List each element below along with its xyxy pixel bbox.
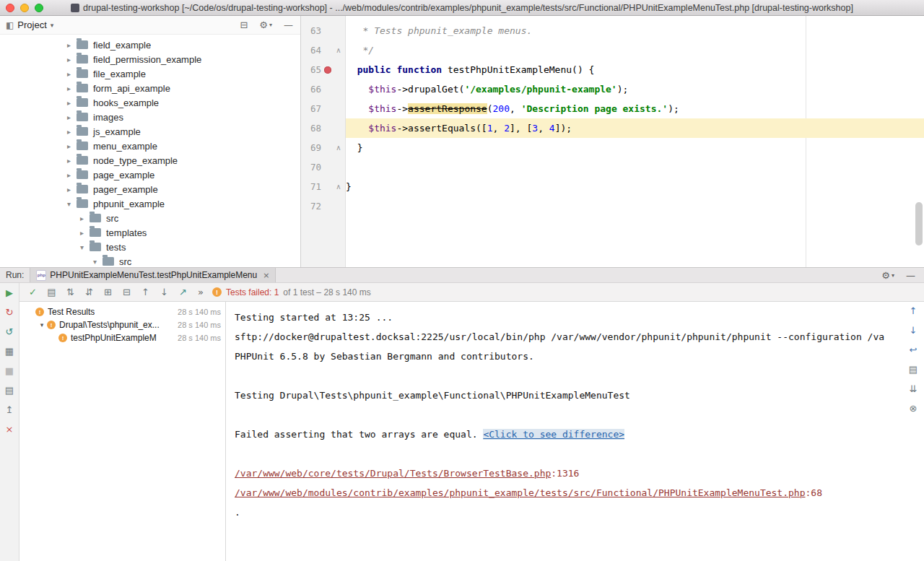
print-icon[interactable]: ▤ — [907, 363, 920, 375]
editor-code[interactable]: * Tests phpunit_example menus. */ public… — [346, 16, 924, 267]
show-passed-icon[interactable]: ✓ — [27, 287, 39, 298]
tree-expand-icon[interactable]: ▸ — [64, 70, 74, 78]
line-number[interactable]: 64 — [301, 45, 321, 56]
code-line[interactable]: */ — [346, 40, 924, 60]
tree-expand-icon[interactable]: ▸ — [64, 186, 74, 193]
line-number[interactable]: 72 — [301, 201, 321, 212]
tree-collapse-icon[interactable]: ▾ — [90, 258, 100, 266]
sort-by-duration-icon[interactable]: ⇵ — [83, 287, 95, 298]
tree-expand-icon[interactable]: ▸ — [64, 128, 74, 136]
project-tree-item[interactable]: ▸templates — [0, 225, 300, 240]
fold-marker-icon[interactable]: ∧ — [334, 183, 344, 191]
expand-all-icon[interactable]: ⊞ — [102, 287, 114, 298]
code-line[interactable]: $this->assertEquals([1, 2], [3, 4]); — [346, 118, 924, 138]
diff-link[interactable]: <Click to see difference> — [483, 429, 624, 440]
line-number[interactable]: 66 — [301, 84, 321, 95]
project-tree-item[interactable]: ▸src — [0, 211, 300, 225]
rerun-icon[interactable]: ▶ — [4, 287, 16, 298]
clear-console-icon[interactable]: ⊗ — [907, 402, 920, 414]
project-tree-item[interactable]: ▸field_permission_example — [0, 52, 300, 66]
code-line[interactable]: public function testPhpUnitExampleMenu()… — [346, 60, 924, 79]
scroll-to-end-icon[interactable]: ⇊ — [907, 383, 920, 394]
tree-expand-icon[interactable]: ▸ — [77, 214, 87, 222]
tree-expand-icon[interactable]: ▸ — [64, 142, 74, 150]
line-number[interactable]: 69 — [301, 142, 321, 153]
run-tab[interactable]: php PHPUnitExampleMenuTest.testPhpUnitEx… — [30, 268, 276, 282]
close-icon[interactable]: × — [4, 423, 16, 435]
tree-collapse-icon[interactable]: ▾ — [64, 200, 74, 208]
chevron-more-icon[interactable]: » — [198, 287, 204, 297]
suspend-icon[interactable]: ▦ — [4, 345, 16, 357]
project-tree-item[interactable]: ▸images — [0, 110, 300, 124]
project-tree-item[interactable]: ▸form_api_example — [0, 81, 300, 95]
tree-expand-icon[interactable]: ▸ — [64, 171, 74, 179]
project-tree-item[interactable]: ▾phpunit_example — [0, 196, 300, 211]
console-output[interactable]: Testing started at 13:25 ...sftp://docke… — [226, 302, 902, 561]
project-tree-item[interactable]: ▾tests — [0, 240, 300, 254]
line-number[interactable]: 70 — [301, 162, 321, 173]
settings-gear-icon[interactable]: ⚙ ▾ — [881, 270, 894, 281]
project-tree-item[interactable]: ▸node_type_example — [0, 153, 300, 168]
previous-failed-test-icon[interactable]: ↑ — [139, 287, 152, 298]
project-tree-item[interactable]: ▸page_example — [0, 168, 300, 182]
show-ignored-icon[interactable]: ▤ — [45, 287, 58, 298]
fold-marker-icon[interactable]: ∧ — [334, 144, 344, 152]
tree-collapse-icon[interactable]: ▾ — [37, 321, 47, 329]
code-line[interactable]: * Tests phpunit_example menus. — [346, 21, 924, 40]
stacktrace-link[interactable]: /var/www/web/modules/contrib/examples/ph… — [235, 487, 806, 498]
code-line[interactable] — [346, 196, 924, 216]
test-tree-item[interactable]: Test Results28 s 140 ms — [19, 305, 225, 318]
dump-console-icon[interactable]: ▤ — [4, 384, 16, 396]
project-tree-item[interactable]: ▾src — [0, 254, 300, 267]
import-test-results-icon[interactable]: ↥ — [4, 404, 16, 415]
fold-marker-icon[interactable]: ∧ — [334, 46, 344, 54]
project-panel-title[interactable]: Project — [17, 19, 46, 30]
hide-panel-icon[interactable]: — — [906, 270, 915, 281]
line-number[interactable]: 68 — [301, 123, 321, 134]
tree-expand-icon[interactable]: ▸ — [64, 84, 74, 92]
soft-wrap-icon[interactable]: ↩ — [907, 344, 920, 355]
test-tree-item[interactable]: testPhpUnitExampleM28 s 140 ms — [19, 331, 225, 344]
rerun-failed-tests-icon[interactable]: ↻ — [4, 306, 16, 318]
tree-expand-icon[interactable]: ▸ — [64, 99, 74, 107]
line-number[interactable]: 65 — [301, 64, 321, 75]
test-tree-item[interactable]: ▾Drupal\Tests\phpunit_ex...28 s 140 ms — [19, 318, 225, 331]
collapse-all-icon[interactable]: ⊟ — [121, 287, 133, 298]
editor[interactable]: 6364∧6566676869∧7071∧72 * Tests phpunit_… — [301, 16, 924, 267]
stacktrace-link[interactable]: /var/www/web/core/tests/Drupal/Tests/Bro… — [235, 468, 551, 479]
to-top-icon[interactable]: ↑ — [907, 305, 920, 316]
test-history-icon[interactable]: ↗ — [177, 287, 189, 298]
zoom-window-button[interactable] — [35, 4, 43, 12]
project-tree-item[interactable]: ▸field_example — [0, 38, 300, 52]
project-tree-item[interactable]: ▸pager_example — [0, 182, 300, 196]
code-line[interactable]: $this->assertResponse(200, 'Description … — [346, 99, 924, 118]
settings-gear-icon[interactable]: ⚙▾ — [259, 19, 272, 30]
tree-expand-icon[interactable]: ▸ — [77, 229, 87, 237]
project-tree-item[interactable]: ▸js_example — [0, 124, 300, 139]
stop-icon[interactable]: ■ — [4, 365, 16, 376]
to-bottom-icon[interactable]: ↓ — [907, 324, 920, 336]
close-tab-icon[interactable]: × — [263, 271, 269, 280]
line-number[interactable]: 67 — [301, 103, 321, 114]
chevron-down-icon[interactable]: ▾ — [51, 22, 54, 29]
tree-expand-icon[interactable]: ▸ — [64, 157, 74, 165]
auto-test-icon[interactable]: ↺ — [4, 326, 16, 337]
line-number[interactable]: 63 — [301, 25, 321, 36]
editor-scrollbar[interactable] — [915, 202, 923, 245]
line-number[interactable]: 71 — [301, 181, 321, 192]
tree-expand-icon[interactable]: ▸ — [64, 41, 74, 49]
project-tree-item[interactable]: ▸file_example — [0, 66, 300, 81]
minimize-window-button[interactable] — [20, 4, 29, 12]
sort-alphabetically-icon[interactable]: ⇅ — [64, 287, 77, 298]
next-failed-test-icon[interactable]: ↓ — [158, 287, 170, 298]
hide-panel-icon[interactable]: — — [284, 19, 293, 30]
test-run-marker-icon[interactable] — [321, 60, 334, 79]
code-line[interactable]: } — [346, 177, 924, 196]
code-line[interactable]: $this->drupalGet('/examples/phpunit-exam… — [346, 79, 924, 99]
tree-collapse-icon[interactable]: ▾ — [77, 243, 87, 251]
project-tree-item[interactable]: ▸menu_example — [0, 139, 300, 153]
project-tree-item[interactable]: ▸hooks_example — [0, 95, 300, 110]
code-line[interactable]: } — [346, 138, 924, 157]
code-line[interactable] — [346, 157, 924, 177]
collapse-all-icon[interactable]: ⊟ — [240, 19, 248, 30]
